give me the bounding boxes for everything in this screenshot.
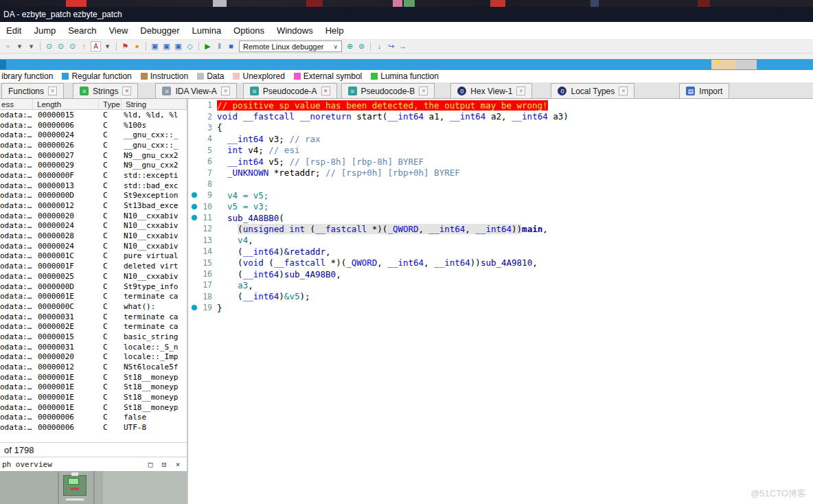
tab-close-icon[interactable]: × xyxy=(48,87,57,95)
table-row[interactable]: odata:…00000006CUTF-8 xyxy=(0,422,187,433)
breakpoint-icon[interactable] xyxy=(188,204,201,209)
tab-hex-view-1[interactable]: 0Hex View-1× xyxy=(450,83,532,98)
table-row[interactable]: odata:…0000001ECSt18__moneyp xyxy=(0,372,187,382)
undo-caret-icon[interactable]: ▾ xyxy=(14,41,25,52)
patch-flag-icon[interactable]: ⚑ xyxy=(119,41,131,52)
column-header-type[interactable]: Type xyxy=(99,99,122,109)
table-row[interactable]: odata:…00000006Cfalse xyxy=(0,413,187,423)
table-row[interactable]: odata:…00000020Clocale::_Imp xyxy=(0,352,187,363)
tab-pseudocode-a[interactable]: ≡Pseudocode-A× xyxy=(243,83,337,98)
table-row[interactable]: odata:…0000001ECterminate ca xyxy=(0,291,187,301)
code-line[interactable]: 2void __fastcall __noreturn start(__int6… xyxy=(188,111,813,122)
code-line[interactable]: 14 (__int64)&retaddr, xyxy=(188,246,813,257)
column-header-string[interactable]: String xyxy=(122,99,187,109)
table-row[interactable]: odata:…00000015C%ld, %ld, %l xyxy=(0,110,187,120)
code-line[interactable]: 5 int v4; // esi xyxy=(188,145,813,156)
stop-process-icon[interactable]: ■ xyxy=(225,41,237,52)
table-row[interactable]: odata:…0000001ECSt18__moneyp xyxy=(0,382,187,393)
table-row[interactable]: odata:…00000031Clocale::_S_n xyxy=(0,342,187,352)
code-line[interactable]: 11 sub_4A8BB0( xyxy=(188,212,813,223)
jump-next-icon[interactable]: ⊙ xyxy=(55,41,67,52)
tab-functions[interactable]: Functions× xyxy=(1,83,64,98)
jump-prev-icon[interactable]: ⊙ xyxy=(43,41,55,52)
float-window-icon[interactable]: ⊡ xyxy=(159,459,169,469)
table-row[interactable]: odata:…00000024CN10__cxxabiv xyxy=(0,241,187,251)
window-titlebar[interactable]: DA - ezbyte_patch ezbyte_patch xyxy=(0,7,813,22)
code-line[interactable]: 15 (void (__fastcall *)(_QWORD, __int64,… xyxy=(188,257,813,268)
tab-pseudocode-b[interactable]: ≡Pseudocode-B× xyxy=(341,83,435,98)
table-row[interactable]: odata:…00000026C__gnu_cxx::_ xyxy=(0,140,187,150)
jump-up-icon[interactable]: ↑ xyxy=(78,41,90,52)
tab-ida-view-a[interactable]: ≡IDA View-A× xyxy=(155,83,236,98)
table-row[interactable]: odata:…0000000FCstd::excepti xyxy=(0,170,187,181)
table-row[interactable]: odata:…0000001FCdeleted virt xyxy=(0,261,187,271)
redo-caret-icon[interactable]: ▾ xyxy=(25,41,37,52)
column-header-length[interactable]: Length xyxy=(33,99,99,109)
code-line[interactable]: 10 v5 = v3; xyxy=(188,201,813,212)
debugger-select[interactable]: Remote Linux debugger∨ xyxy=(239,41,342,52)
breakpoint-icon[interactable] xyxy=(188,215,201,220)
table-row[interactable]: odata:…00000015Cbasic_string xyxy=(0,332,187,342)
debugger-refresh-icon[interactable]: ⊛ xyxy=(356,41,367,52)
tab-close-icon[interactable]: × xyxy=(419,87,428,95)
table-row[interactable]: odata:…00000024CN10__cxxabiv xyxy=(0,221,187,231)
table-row[interactable]: odata:…0000000DCSt9type_info xyxy=(0,282,187,292)
table-row[interactable]: odata:…00000029CN9__gnu_cxx2 xyxy=(0,160,187,170)
pseudocode-panel[interactable]: 1// positive sp value has been detected,… xyxy=(188,99,813,504)
start-process-icon[interactable]: ▶ xyxy=(202,41,214,52)
stack-window-icon[interactable]: ▣ xyxy=(172,41,184,52)
run-to-cursor-icon[interactable]: → xyxy=(397,41,409,52)
code-line[interactable]: 8 xyxy=(188,179,813,190)
text-search-caret-icon[interactable]: ▾ xyxy=(102,41,113,52)
lumina-pull-icon[interactable]: ● xyxy=(131,41,143,52)
tab-close-icon[interactable]: × xyxy=(221,87,230,95)
breakpoint-icon[interactable] xyxy=(188,305,201,310)
code-line[interactable]: 19} xyxy=(188,302,813,313)
tab-close-icon[interactable]: × xyxy=(619,87,628,95)
code-line[interactable]: 12 (unsigned int (__fastcall *)(_QWORD, … xyxy=(188,223,813,234)
table-row[interactable]: odata:…00000012CNSt6locale5f xyxy=(0,362,187,372)
table-row[interactable]: odata:…00000013Cstd::bad_exc xyxy=(0,181,187,191)
table-row[interactable]: odata:…00000031Cterminate ca xyxy=(0,312,187,322)
breakpoint-icon[interactable] xyxy=(188,192,201,198)
column-header-ess[interactable]: ess xyxy=(0,99,33,109)
graph-overview-titlebar[interactable]: ph overview □ ⊡ × xyxy=(0,457,187,471)
code-line[interactable]: 18 (__int64)&v5); xyxy=(188,291,813,302)
code-line[interactable]: 9 v4 = v5; xyxy=(188,190,813,201)
table-row[interactable]: odata:…0000001ECSt18__moneyp xyxy=(0,392,187,402)
tab-strings[interactable]: ≡Strings× xyxy=(73,83,138,98)
table-row[interactable]: odata:…00000006C%100s xyxy=(0,120,187,130)
table-row[interactable]: odata:…00000020CN10__cxxabiv xyxy=(0,211,187,221)
menu-item-windows[interactable]: Windows xyxy=(271,24,319,37)
tab-close-icon[interactable]: × xyxy=(516,87,525,95)
table-row[interactable]: odata:…0000000CCwhat(): xyxy=(0,301,187,312)
code-line[interactable]: 13 v4, xyxy=(188,235,813,246)
menu-item-search[interactable]: Search xyxy=(62,24,102,37)
jump-target-icon[interactable]: ⊙ xyxy=(67,41,78,52)
debugger-window-icon[interactable]: ▣ xyxy=(149,41,161,52)
table-row[interactable]: odata:…0000000DCSt9exception xyxy=(0,191,187,201)
registers-window-icon[interactable]: ▣ xyxy=(161,41,172,52)
code-line[interactable]: 17 a3, xyxy=(188,279,813,290)
table-row[interactable]: odata:…0000001CCpure virtual xyxy=(0,251,187,262)
tab-close-icon[interactable]: × xyxy=(321,87,330,95)
menu-item-options[interactable]: Options xyxy=(227,24,271,37)
watches-icon[interactable]: ◇ xyxy=(184,41,196,52)
table-row[interactable]: odata:…00000012CSt13bad_exce xyxy=(0,201,187,211)
menu-item-jump[interactable]: Jump xyxy=(27,24,62,37)
step-over-icon[interactable]: ↪ xyxy=(385,41,397,52)
table-row[interactable]: odata:…0000001ECSt18__moneyp xyxy=(0,402,187,413)
code-line[interactable]: 1// positive sp value has been detected,… xyxy=(188,100,813,111)
code-line[interactable]: 3{ xyxy=(188,122,813,133)
tab-close-icon[interactable]: × xyxy=(122,87,131,95)
code-line[interactable]: 6 __int64 v5; // [rsp-8h] [rbp-8h] BYREF xyxy=(188,156,813,167)
menu-item-lumina[interactable]: Lumina xyxy=(185,24,227,37)
table-row[interactable]: odata:…00000025CN10__cxxabiv xyxy=(0,271,187,282)
tab-import[interactable]: ▤Import xyxy=(679,83,729,98)
table-row[interactable]: odata:…00000027CN9__gnu_cxx2 xyxy=(0,150,187,161)
navigation-band[interactable] xyxy=(0,59,813,70)
menu-item-edit[interactable]: Edit xyxy=(0,24,27,37)
table-row[interactable]: odata:…00000028CN10__cxxabiv xyxy=(0,231,187,241)
debugger-attach-icon[interactable]: ⊕ xyxy=(344,41,356,52)
pause-process-icon[interactable]: ‖ xyxy=(214,41,225,52)
